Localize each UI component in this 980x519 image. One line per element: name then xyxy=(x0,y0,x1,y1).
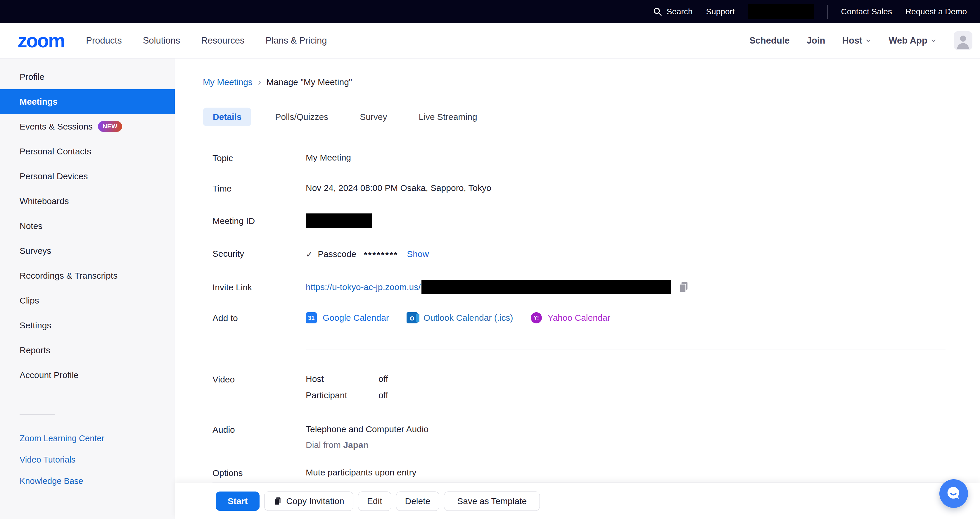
tab-survey[interactable]: Survey xyxy=(352,112,395,122)
time-label: Time xyxy=(213,183,306,194)
sidebar-item-events-sessions[interactable]: Events & Sessions NEW xyxy=(0,114,175,139)
options-value: Mute participants upon entry xyxy=(306,468,417,478)
time-value: Nov 24, 2024 08:00 PM Osaka, Sapporo, To… xyxy=(306,183,491,193)
topic-label: Topic xyxy=(213,153,306,163)
passcode-label: Passcode xyxy=(318,249,356,259)
topic-value: My Meeting xyxy=(306,153,351,162)
top-utility-links: Search Support Contact Sales Request a D… xyxy=(653,4,980,19)
start-button[interactable]: Start xyxy=(216,492,259,511)
host-label: Host xyxy=(842,35,862,46)
main-nav: Products Solutions Resources Plans & Pri… xyxy=(86,35,327,46)
sidebar-link-video-tutorials[interactable]: Video Tutorials xyxy=(19,455,175,465)
sidebar-item-recordings-transcripts[interactable]: Recordings & Transcripts xyxy=(0,263,175,288)
outlook-calendar-label: Outlook Calendar (.ics) xyxy=(423,313,513,323)
show-passcode-link[interactable]: Show xyxy=(407,249,429,259)
web-app-menu[interactable]: Web App xyxy=(889,35,937,46)
sidebar-item-account-profile[interactable]: Account Profile xyxy=(0,363,175,387)
tab-polls-quizzes[interactable]: Polls/Quizzes xyxy=(267,112,336,122)
join-link[interactable]: Join xyxy=(807,35,826,46)
google-calendar-icon: 31 xyxy=(306,312,317,323)
sidebar-link-learning-center[interactable]: Zoom Learning Center xyxy=(19,434,175,443)
redacted-meeting-id xyxy=(306,213,372,228)
sidebar-item-label: Events & Sessions xyxy=(19,122,93,132)
nav-resources[interactable]: Resources xyxy=(201,35,244,46)
avatar[interactable] xyxy=(954,31,972,50)
meeting-id-row: Meeting ID xyxy=(213,213,980,228)
breadcrumb: My Meetings › Manage "My Meeting" xyxy=(203,76,980,88)
time-row: Time Nov 24, 2024 08:00 PM Osaka, Sappor… xyxy=(213,183,980,194)
add-to-label: Add to xyxy=(213,312,306,323)
chevron-right-icon: › xyxy=(258,76,261,88)
sidebar-item-notes[interactable]: Notes xyxy=(0,213,175,238)
video-row: Video Host off Participant off xyxy=(213,374,980,407)
search-button[interactable]: Search xyxy=(653,7,693,17)
sidebar-item-settings[interactable]: Settings xyxy=(0,313,175,338)
video-label: Video xyxy=(213,374,306,385)
sidebar-divider xyxy=(19,414,55,415)
section-divider xyxy=(213,482,945,482)
invite-link-row: Invite Link https://u-tokyo-ac-jp.zoom.u… xyxy=(213,280,980,294)
video-participant-name: Participant xyxy=(306,390,379,400)
sidebar-item-reports[interactable]: Reports xyxy=(0,338,175,363)
new-badge: NEW xyxy=(98,121,122,132)
meeting-details: Topic My Meeting Time Nov 24, 2024 08:00… xyxy=(203,153,980,482)
sidebar-item-personal-contacts[interactable]: Personal Contacts xyxy=(0,139,175,164)
contact-sales-link[interactable]: Contact Sales xyxy=(841,7,892,16)
copy-link-icon[interactable] xyxy=(678,281,689,294)
dial-from-prefix: Dial from xyxy=(306,440,341,450)
chevron-down-icon xyxy=(865,37,872,44)
sidebar-link-knowledge-base[interactable]: Knowledge Base xyxy=(19,476,175,486)
sidebar-item-personal-devices[interactable]: Personal Devices xyxy=(0,164,175,189)
main-content: My Meetings › Manage "My Meeting" Detail… xyxy=(175,59,980,519)
redacted-invite-link xyxy=(422,280,671,294)
topbar-divider xyxy=(827,5,828,19)
video-host-row: Host off xyxy=(306,374,388,384)
redacted-account-text xyxy=(748,4,814,19)
dial-from-country: Japan xyxy=(343,440,369,450)
yahoo-calendar-link[interactable]: Y! Yahoo Calendar xyxy=(531,312,611,323)
sidebar-item-clips[interactable]: Clips xyxy=(0,288,175,313)
top-utility-bar: Search Support Contact Sales Request a D… xyxy=(0,0,980,23)
host-menu[interactable]: Host xyxy=(842,35,872,46)
tab-bar: Details Polls/Quizzes Survey Live Stream… xyxy=(203,108,980,126)
security-label: Security xyxy=(213,248,306,259)
tab-details[interactable]: Details xyxy=(203,108,251,126)
support-chat-button[interactable] xyxy=(939,479,968,508)
web-app-label: Web App xyxy=(889,35,928,46)
google-calendar-link[interactable]: 31 Google Calendar xyxy=(306,312,389,323)
meeting-id-label: Meeting ID xyxy=(213,215,306,226)
video-host-name: Host xyxy=(306,374,379,384)
schedule-link[interactable]: Schedule xyxy=(749,35,790,46)
audio-row: Audio Telephone and Computer Audio Dial … xyxy=(213,424,980,450)
request-demo-link[interactable]: Request a Demo xyxy=(905,7,967,16)
invite-link-url[interactable]: https://u-tokyo-ac-jp.zoom.us/ xyxy=(306,282,421,292)
nav-solutions[interactable]: Solutions xyxy=(143,35,180,46)
sidebar-item-profile[interactable]: Profile xyxy=(0,64,175,89)
support-link[interactable]: Support xyxy=(706,7,735,16)
copy-invitation-button[interactable]: Copy Invitation xyxy=(264,492,353,511)
zoom-logo[interactable]: zoom xyxy=(18,31,64,50)
options-label: Options xyxy=(213,468,306,478)
outlook-calendar-link[interactable]: o Outlook Calendar (.ics) xyxy=(407,312,513,323)
tab-live-streaming[interactable]: Live Streaming xyxy=(411,112,485,122)
sidebar: Profile Meetings Events & Sessions NEW P… xyxy=(0,59,175,519)
search-icon xyxy=(653,7,663,17)
nav-products[interactable]: Products xyxy=(86,35,122,46)
security-row: Security ✓ Passcode ******** Show xyxy=(213,248,980,260)
save-as-template-button[interactable]: Save as Template xyxy=(444,492,540,511)
yahoo-calendar-label: Yahoo Calendar xyxy=(548,313,611,323)
options-row: Options Mute participants upon entry xyxy=(213,468,980,478)
copy-icon xyxy=(273,497,282,506)
nav-plans-pricing[interactable]: Plans & Pricing xyxy=(266,35,327,46)
breadcrumb-current: Manage "My Meeting" xyxy=(266,77,352,87)
audio-value: Telephone and Computer Audio xyxy=(306,424,428,434)
video-participant-row: Participant off xyxy=(306,390,388,400)
breadcrumb-my-meetings[interactable]: My Meetings xyxy=(203,77,253,87)
edit-button[interactable]: Edit xyxy=(358,492,391,511)
sidebar-item-meetings[interactable]: Meetings xyxy=(0,89,175,114)
sidebar-item-whiteboards[interactable]: Whiteboards xyxy=(0,189,175,213)
sidebar-item-surveys[interactable]: Surveys xyxy=(0,238,175,263)
video-host-value: off xyxy=(379,374,388,384)
delete-button[interactable]: Delete xyxy=(396,492,439,511)
audio-label: Audio xyxy=(213,424,306,435)
